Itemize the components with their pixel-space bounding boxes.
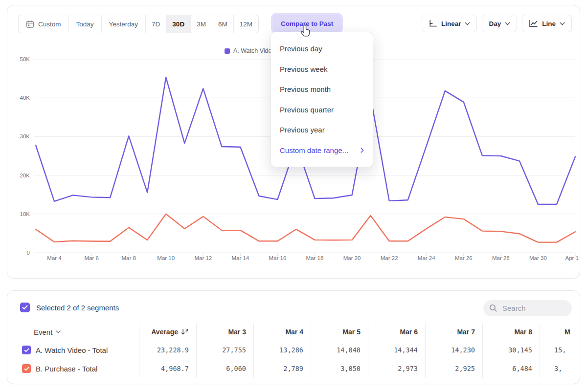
table-row: B. Purchase - Total4,968.76,0602,7893,05… xyxy=(7,359,570,378)
value-cell: 3,050 xyxy=(311,359,368,378)
x-axis-label: Mar 14 xyxy=(231,255,249,261)
x-axis-label: Mar 22 xyxy=(381,255,398,261)
x-axis-label: Mar 6 xyxy=(84,255,98,261)
chevron-right-icon xyxy=(361,148,364,153)
compare-to-past-button[interactable]: Compare to Past xyxy=(273,15,341,32)
table-header-row: EventAverageMar 3Mar 4Mar 5Mar 6Mar 7Mar… xyxy=(7,323,570,341)
menu-item-label: Previous year xyxy=(280,126,325,134)
chevron-down-icon xyxy=(56,330,61,333)
menu-item-previous-month[interactable]: Previous month xyxy=(271,79,373,100)
column-header-mar-3: Mar 3 xyxy=(197,323,254,341)
date-range-12m[interactable]: 12M xyxy=(234,15,258,33)
menu-item-label: Previous week xyxy=(280,65,328,73)
x-axis-label: Mar 30 xyxy=(529,255,547,261)
menu-item-label: Custom date range... xyxy=(280,146,348,154)
column-header-label: Mar 5 xyxy=(342,328,361,336)
menu-item-previous-year[interactable]: Previous year xyxy=(271,120,373,140)
value-cell: 23,228.9 xyxy=(139,341,197,359)
value-cell-truncated: 3, xyxy=(540,359,570,378)
column-header-mar-8: Mar 8 xyxy=(483,323,540,341)
x-axis-label: Mar 10 xyxy=(157,255,175,261)
value-cell: 14,344 xyxy=(368,341,426,359)
date-range-yesterday[interactable]: Yesterday xyxy=(102,15,146,33)
event-name: B. Purchase - Total xyxy=(36,365,97,373)
x-axis-label: Mar 4 xyxy=(47,255,62,261)
value-cell-truncated: 15, xyxy=(540,341,570,359)
chevron-down-icon xyxy=(465,22,470,25)
x-axis-label: Mar 24 xyxy=(418,255,435,261)
legend-swatch xyxy=(225,48,230,54)
column-header-label: Average xyxy=(151,328,178,336)
menu-item-previous-quarter[interactable]: Previous quarter xyxy=(271,100,373,120)
segment-checkbox[interactable] xyxy=(22,346,31,354)
column-header-mar-4: Mar 4 xyxy=(254,323,311,341)
menu-item-label: Previous day xyxy=(280,44,322,53)
date-range-7d[interactable]: 7D xyxy=(146,15,166,33)
menu-item-previous-week[interactable]: Previous week xyxy=(271,59,373,80)
date-range-30d[interactable]: 30D xyxy=(166,15,191,33)
segments-table: EventAverageMar 3Mar 4Mar 5Mar 6Mar 7Mar… xyxy=(7,323,570,378)
value-cell: 27,755 xyxy=(197,341,254,359)
event-column-header[interactable]: Event xyxy=(7,323,139,341)
column-header-average[interactable]: Average xyxy=(139,323,197,341)
segments-panel: Selected 2 of 2 segments Search EventAve… xyxy=(7,290,580,384)
chevron-down-icon xyxy=(505,22,510,25)
value-cell: 30,145 xyxy=(483,341,540,359)
linear-dropdown-button[interactable]: Linear xyxy=(422,15,477,32)
compare-to-past-menu: Previous dayPrevious weekPrevious monthP… xyxy=(271,32,373,167)
value-cell: 6,060 xyxy=(197,359,254,378)
value-cell: 13,286 xyxy=(254,341,311,359)
y-axis-label: 20K xyxy=(20,173,30,178)
segments-select-row: Selected 2 of 2 segments xyxy=(20,303,119,312)
x-axis-label: Mar 12 xyxy=(194,255,212,261)
x-axis-label: Mar 20 xyxy=(343,255,361,261)
date-range-label: 3M xyxy=(197,21,206,28)
menu-item-previous-day[interactable]: Previous day xyxy=(271,39,373,59)
column-header-mar-5: Mar 5 xyxy=(311,323,368,341)
y-axis-label: 10K xyxy=(20,211,30,217)
dropdown-label: Line xyxy=(542,20,556,27)
series-line-purchase[interactable] xyxy=(36,214,575,242)
value-cell: 2,925 xyxy=(426,359,483,378)
column-header-label: Mar 4 xyxy=(285,328,303,336)
event-header-label: Event xyxy=(34,328,52,336)
view-controls: LinearDayLine xyxy=(422,15,572,32)
calendar-icon xyxy=(26,20,34,28)
y-axis-label: 50K xyxy=(20,56,30,62)
date-range-control[interactable]: CustomTodayYesterday7D30D3M6M12M xyxy=(18,15,259,33)
y-axis-label: 30K xyxy=(20,133,30,139)
date-range-label: 30D xyxy=(172,21,184,28)
segment-checkbox[interactable] xyxy=(22,364,31,373)
line-dropdown-button[interactable]: Line xyxy=(522,15,572,32)
event-cell: A. Watch Video - Total xyxy=(7,341,139,359)
dropdown-label: Day xyxy=(489,20,501,27)
sort-descending-icon xyxy=(181,328,189,335)
search-input[interactable]: Search xyxy=(483,300,572,316)
menu-item-custom-date-range[interactable]: Custom date range... xyxy=(271,140,373,161)
x-axis-label: Apr 1 xyxy=(565,255,579,261)
date-range-label: 12M xyxy=(240,21,252,28)
date-range-custom[interactable]: Custom xyxy=(19,15,69,33)
date-range-label: Yesterday xyxy=(109,21,138,28)
value-cell: 14,848 xyxy=(311,341,368,359)
column-header-label: Mar 8 xyxy=(514,328,532,336)
date-range-label: 7D xyxy=(152,21,160,28)
table-row: A. Watch Video - Total23,228.927,75513,2… xyxy=(7,341,570,359)
search-placeholder: Search xyxy=(502,304,526,312)
date-range-label: Custom xyxy=(38,21,61,28)
menu-item-label: Previous month xyxy=(280,85,331,93)
column-header-mar-6: Mar 6 xyxy=(368,323,426,341)
value-cell: 6,484 xyxy=(483,359,540,378)
menu-item-label: Previous quarter xyxy=(280,106,334,114)
value-cell: 14,230 xyxy=(426,341,483,359)
y-axis-label: 40K xyxy=(20,95,30,101)
date-range-today[interactable]: Today xyxy=(69,15,102,33)
select-all-checkbox[interactable] xyxy=(20,303,30,312)
day-dropdown-button[interactable]: Day xyxy=(482,15,517,32)
line-chart-icon xyxy=(529,20,538,27)
date-range-3m[interactable]: 3M xyxy=(191,15,212,33)
value-cell: 2,789 xyxy=(254,359,311,378)
column-header-label: Mar 7 xyxy=(457,328,475,336)
column-header-mar-7: Mar 7 xyxy=(426,323,483,341)
date-range-6m[interactable]: 6M xyxy=(212,15,234,33)
